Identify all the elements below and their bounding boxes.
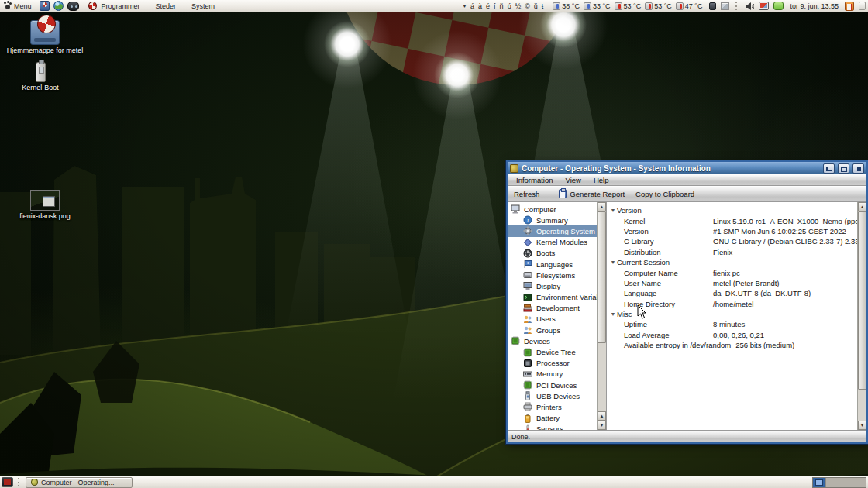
temperature-sensor[interactable]: 33 °C (583, 2, 611, 10)
sidebar-item-groups[interactable]: Groups (508, 325, 597, 335)
workspace-1[interactable] (813, 478, 826, 487)
palette-char[interactable]: í (493, 2, 497, 10)
sidebar-item-environment-variables[interactable]: Environment Variables (508, 292, 597, 303)
menu-information[interactable]: Information (511, 175, 559, 185)
scrollbar-thumb[interactable] (858, 211, 866, 390)
network-icon[interactable] (773, 2, 784, 10)
menu-label: Programmer (99, 2, 143, 10)
panel-handle[interactable] (18, 478, 21, 486)
palette-char[interactable]: à (477, 2, 483, 10)
groups-icon (523, 325, 532, 335)
close-button[interactable] (852, 163, 864, 174)
copy-to-clipboard-button[interactable]: Copy to Clipboard (632, 188, 698, 200)
sidebar-item-sensors[interactable]: Sensors (508, 424, 597, 430)
scroll-down-button[interactable]: ▼ (598, 421, 606, 430)
media-launcher-icon[interactable] (67, 2, 79, 11)
content-scrollbar[interactable]: ▲ ▼ (857, 202, 866, 430)
applet-icon[interactable] (709, 2, 716, 10)
sidebar-item-devices[interactable]: Devices (508, 335, 597, 346)
desktop-icon-image[interactable]: fienix-dansk.png (5, 190, 85, 220)
scroll-up-button[interactable]: ▲ (598, 202, 606, 211)
palette-char[interactable]: © (524, 2, 531, 10)
image-file-icon (30, 190, 60, 211)
desktop-icon-kernel-boot[interactable]: Kernel-Boot (0, 62, 81, 91)
scroll-up-button2[interactable]: ▲ (598, 411, 606, 421)
screenshot-applet-icon[interactable] (721, 2, 729, 10)
sidebar-item-filesystems[interactable]: Filesystems (508, 270, 597, 280)
temperature-sensor[interactable]: 53 °C (614, 2, 642, 10)
clock-applet[interactable]: tor 9. jun, 13:55 (788, 0, 840, 12)
browser-launcher-icon[interactable] (53, 1, 64, 11)
show-desktop-button[interactable] (2, 477, 13, 487)
palette-char[interactable]: ½ (515, 2, 522, 10)
window-toolbar: Refresh Generate Report Copy to Clipboar… (508, 186, 866, 202)
taskbar-window-button[interactable]: Computer - Operating... (26, 477, 133, 488)
workspace-3[interactable] (839, 478, 852, 487)
sidebar-scrollbar[interactable]: ▲ ▲ ▼ (597, 202, 606, 430)
sidebar-item-operating-system[interactable]: Operating System (508, 225, 597, 236)
menu-programmer[interactable]: Programmer (87, 0, 144, 12)
collapse-triangle-icon[interactable]: ▼ (609, 259, 617, 265)
palette-char[interactable]: é (485, 2, 491, 10)
trash-icon[interactable] (859, 2, 866, 10)
system-information-window: Computer - Operating System - System Inf… (506, 160, 868, 444)
menu-help[interactable]: Help (588, 175, 615, 185)
section-current-session[interactable]: ▼Current Session (607, 257, 857, 267)
info-row: Languageda_DK.UTF-8 (da_DK.UTF-8) (607, 288, 857, 298)
sidebar-item-languages[interactable]: Languages (508, 259, 597, 270)
info-content: ▼VersionKernelLinux 5.19.0-rc1_A-EON_X10… (607, 202, 857, 430)
desktop-icon-home[interactable]: Hjemmemappe for metel (5, 20, 85, 54)
palette-char[interactable]: ó (507, 2, 512, 10)
menu-steder[interactable]: Steder (152, 0, 181, 12)
sidebar-item-kernel-modules[interactable]: Kernel Modules (508, 237, 597, 248)
collapse-triangle-icon[interactable]: ▼ (609, 208, 617, 213)
volume-icon[interactable] (745, 2, 754, 11)
sidebar-item-users[interactable]: Users (508, 314, 597, 325)
info-value: 0,08, 0,26, 0,21 (713, 331, 764, 339)
scrollbar-thumb[interactable] (598, 211, 606, 343)
palette-dropdown-arrow[interactable]: ▼ (462, 3, 467, 9)
section-version[interactable]: ▼Version (607, 205, 857, 215)
display-applet-icon[interactable] (759, 2, 769, 10)
sidebar-item-usb-devices[interactable]: USB Devices (508, 390, 597, 401)
palette-char[interactable]: ŭ (533, 2, 539, 10)
desktop-icon-label: fienix-dansk.png (5, 212, 85, 220)
info-value: fienix pc (713, 269, 740, 277)
menu-system[interactable]: System (188, 0, 219, 12)
sidebar-item-processor[interactable]: Processor (508, 358, 597, 369)
section-misc[interactable]: ▼Misc (607, 309, 857, 319)
sidebar-item-pci-devices[interactable]: PCI Devices (508, 380, 597, 390)
sidebar-item-summary[interactable]: iSummary (508, 215, 597, 225)
collapse-triangle-icon[interactable]: ▼ (609, 311, 617, 317)
sidebar-item-display[interactable]: Display (508, 280, 597, 291)
panel-handle[interactable] (735, 2, 739, 10)
sidebar-item-development[interactable]: Development (508, 303, 597, 314)
palette-char[interactable]: ŧ (541, 2, 545, 10)
sidebar-item-printers[interactable]: Printers (508, 401, 597, 412)
sidebar-item-boots[interactable]: Boots (508, 248, 597, 259)
menu-view[interactable]: View (560, 175, 587, 185)
shade-button[interactable] (823, 163, 835, 174)
sidebar-item-computer[interactable]: Computer (508, 204, 597, 215)
refresh-button[interactable]: Refresh (511, 188, 542, 200)
sidebar-item-memory[interactable]: Memory (508, 369, 597, 380)
sidebar-item-device-tree[interactable]: Device Tree (508, 346, 597, 357)
sidebar-item-battery[interactable]: Battery (508, 413, 597, 424)
sidebar-item-label: Battery (536, 414, 560, 422)
palette-char[interactable]: ñ (499, 2, 505, 10)
temperature-sensor[interactable]: 53 °C (644, 2, 673, 10)
files-launcher-icon[interactable] (40, 1, 50, 11)
temperature-sensor[interactable]: 38 °C (552, 2, 580, 10)
maximize-button[interactable] (838, 163, 849, 174)
palette-char[interactable]: á (470, 2, 475, 10)
sidebar-item-label: Filesystems (536, 271, 575, 280)
workspace-4[interactable] (852, 478, 866, 487)
session-icon[interactable] (845, 2, 854, 11)
window-titlebar[interactable]: Computer - Operating System - System Inf… (508, 162, 866, 174)
temperature-sensor[interactable]: 47 °C (675, 2, 704, 10)
scroll-up-button[interactable]: ▲ (858, 202, 866, 211)
main-menu-button[interactable]: Menu (2, 0, 33, 12)
generate-report-button[interactable]: Generate Report (556, 187, 628, 200)
workspace-2[interactable] (826, 478, 839, 487)
scroll-down-button[interactable]: ▼ (858, 421, 866, 430)
